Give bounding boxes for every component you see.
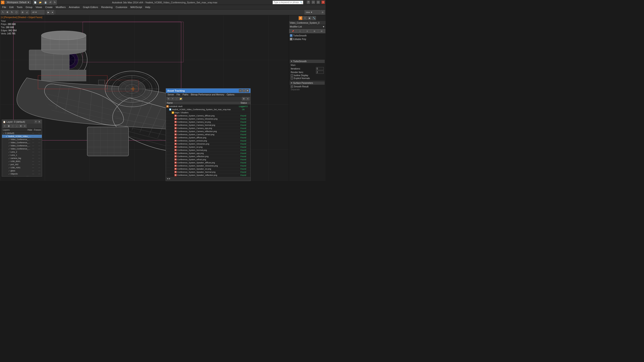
surface-params-header[interactable]: Surface Parameters	[290, 81, 325, 85]
layer-hide-val[interactable]: —	[31, 145, 35, 147]
material-btn[interactable]: ●	[51, 10, 54, 14]
viewport-label[interactable]: [+] [Perspective] [Shaded + Edged Faces]	[1, 16, 42, 18]
layer-visibility-check[interactable]: ✓	[8, 141, 10, 144]
panel-btn-1[interactable]: I	[296, 29, 304, 33]
layer-hide-val[interactable]: —	[31, 157, 35, 159]
asset-menu-server[interactable]: Server	[166, 93, 175, 96]
explicit-normals-checkbox[interactable]	[291, 77, 293, 79]
layer-freeze-val[interactable]: —	[37, 141, 41, 144]
asset-row[interactable]: 🖼Conference_System_Speaker_Normal.pngFou…	[166, 170, 250, 174]
layer-hide-val[interactable]: —	[31, 160, 35, 162]
snap-btn[interactable]: ⊞	[20, 10, 24, 14]
layer-hide-val[interactable]: —	[31, 163, 35, 166]
layer-hide-val[interactable]: —	[31, 176, 35, 176]
rpanel-tab-modify[interactable]: ⚙	[298, 16, 302, 20]
search-icon[interactable]: 🔍	[300, 1, 303, 3]
help-btn[interactable]: ?	[307, 1, 310, 4]
layer-visibility-check[interactable]: ✓	[8, 160, 10, 163]
layer-freeze-val[interactable]: —	[37, 166, 41, 169]
asset-row[interactable]: 🖼Conference_System_refract.pngFound	[166, 158, 250, 161]
modifier-turbosmooth[interactable]: T TurboSmooth	[289, 34, 326, 37]
render-btn[interactable]: ▶	[46, 10, 50, 14]
layer-row[interactable]: ✓Video_Conference_System_032——	[2, 147, 42, 150]
menu-tools[interactable]: Tools	[16, 5, 24, 9]
layer-visibility-check[interactable]: ✓	[8, 163, 10, 166]
rotate-btn[interactable]: ↻	[10, 10, 14, 14]
select-filter[interactable]: All ▼	[31, 10, 44, 14]
asset-row[interactable]: 🖼Conference_System_Camera_refract.pngFou…	[166, 133, 250, 136]
asset-row[interactable]: 🖼Conference_System_Camera_Glossines.pngF…	[166, 117, 250, 120]
asset-row[interactable]: 🖼Conference_System_ior.pngFound	[166, 145, 250, 149]
asset-list[interactable]: 🏛Autodesk VaultLogged O📄Yealink_VC800_Vi…	[166, 105, 250, 176]
menu-group[interactable]: Group	[24, 5, 34, 9]
menu-views[interactable]: Views	[34, 5, 44, 9]
layer-row[interactable]: ✓Objectiv——	[2, 172, 42, 175]
save-btn[interactable]: 💾	[43, 0, 48, 5]
layer-row[interactable]: ✓camera_leg——	[2, 157, 42, 160]
asset-right-btn1[interactable]: ⚙	[242, 97, 246, 100]
layer-visibility-check[interactable]: ✓	[2, 132, 5, 134]
layer-freeze-val[interactable]: —	[37, 132, 41, 134]
layer-row[interactable]: ✓USB_B001——	[2, 160, 42, 163]
layer-freeze-val[interactable]: —	[37, 157, 41, 159]
menu-edit[interactable]: Edit	[8, 5, 15, 9]
panel-btn-4[interactable]: IV	[318, 29, 325, 33]
search-input[interactable]	[273, 1, 300, 4]
asset-right-btn2[interactable]: ≡	[246, 97, 250, 100]
layer-freeze-val[interactable]: —	[37, 176, 41, 176]
layer-row[interactable]: ✓Video_Conference_System_031——	[2, 138, 42, 141]
close-btn[interactable]: ✕	[322, 1, 325, 4]
asset-row[interactable]: 🖼Conference_System_Normal.pngFound	[166, 149, 250, 152]
asset-row[interactable]: 🖼Conference_System_reflection.pngFound	[166, 155, 250, 158]
menu-graph-editors[interactable]: Graph Editors	[82, 5, 100, 9]
asset-maximize-btn[interactable]: □	[242, 89, 246, 92]
asset-row[interactable]: 📄Yealink_VC800_Video_Conferencing_System…	[166, 108, 250, 111]
layer-add-btn[interactable]: +	[3, 124, 6, 128]
layer-visibility-check[interactable]: ✓	[8, 170, 10, 172]
undo-btn[interactable]: ↺	[48, 0, 52, 5]
asset-row[interactable]: 🖼Conference_System_Camera_Normal.pngFoun…	[166, 124, 250, 127]
maximize-btn[interactable]: □	[317, 1, 320, 4]
menu-help[interactable]: Help	[144, 5, 152, 9]
asset-remove-btn[interactable]: -	[175, 97, 178, 100]
rpanel-tab-utilities[interactable]: 🔧	[312, 16, 316, 20]
select-btn[interactable]: ↖	[1, 10, 5, 14]
viewport[interactable]: [+] [Perspective] [Shaded + Edged Faces]…	[0, 15, 289, 181]
asset-path-btn[interactable]: 📁	[179, 97, 182, 100]
rpanel-tab-display[interactable]: ◉	[308, 16, 312, 20]
redo-btn[interactable]: ↻	[53, 0, 57, 5]
layer-list[interactable]: ✓0 (default)——✓Yealink_VC800_Video_Confe…	[2, 132, 42, 176]
minimize-btn[interactable]: ─	[312, 1, 315, 4]
workspace-dropdown[interactable]: Workspace: Default ▼	[5, 1, 31, 4]
layer-visibility-check[interactable]: ✓	[8, 173, 10, 175]
menu-create[interactable]: Create	[44, 5, 54, 9]
layer-row[interactable]: ✓Video_Conference_System_007——	[2, 144, 42, 147]
asset-row[interactable]: 🖼Conference_System_Camera_reflection.png…	[166, 130, 250, 133]
layer-row[interactable]: ✓glass——	[2, 169, 42, 172]
layer-visibility-check[interactable]: ✓	[8, 138, 10, 141]
rpanel-tab-create[interactable]: +	[303, 16, 307, 20]
layer-hide-val[interactable]: —	[31, 170, 35, 172]
asset-row[interactable]: 🖼Conference_System_Camera_opp.pngFound	[166, 127, 250, 130]
layer-row[interactable]: ✓Yealink_VC800_Video_Conferencing_System…	[2, 135, 42, 138]
isoline-checkbox[interactable]	[291, 74, 293, 77]
asset-row[interactable]: 🖼Conference_System_opp.pngFound	[166, 152, 250, 155]
layer-hide-val[interactable]: —	[31, 151, 35, 153]
layer-down-btn[interactable]: ↓	[15, 124, 18, 128]
layer-visibility-check[interactable]: ✓	[8, 166, 10, 169]
menu-animation[interactable]: Animation	[68, 5, 81, 9]
asset-row[interactable]: 🏛Autodesk VaultLogged O	[166, 105, 250, 108]
layer-freeze-val[interactable]: —	[37, 145, 41, 147]
layer-hide-val[interactable]: —	[31, 166, 35, 169]
asset-bottom-left-btn[interactable]: ◀	[167, 178, 168, 180]
asset-menu-options[interactable]: Options	[226, 93, 236, 96]
iterations-input[interactable]	[316, 67, 324, 70]
panel-btn-pin[interactable]: 📌	[289, 29, 296, 33]
layer-row[interactable]: ✓0 (default)——	[2, 132, 42, 135]
asset-close-btn[interactable]: ✕	[246, 89, 249, 92]
asset-row[interactable]: 📁Maps / Shaders	[166, 111, 250, 114]
layer-freeze-val[interactable]: —	[37, 148, 41, 150]
angle-snap-btn[interactable]: ∠	[25, 10, 29, 14]
layer-visibility-check[interactable]: ✓	[8, 145, 10, 147]
layer-more-btn[interactable]: ≡	[23, 124, 26, 128]
